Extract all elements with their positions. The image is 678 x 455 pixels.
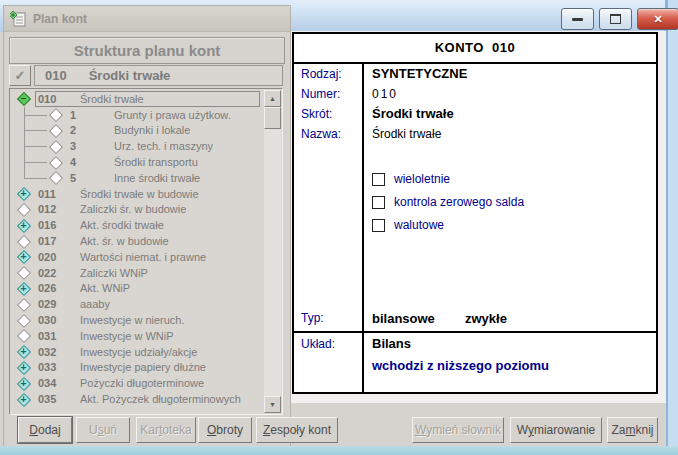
walutowe-checkbox[interactable] <box>372 219 385 232</box>
walutowe-label: walutowe <box>394 218 444 232</box>
minimize-icon <box>572 18 583 21</box>
zespoly-kont-button[interactable]: Zespoły kont <box>256 417 338 443</box>
tree-item-label: Akt. środki trwałe <box>80 219 164 231</box>
tree-expand-icon[interactable] <box>17 314 30 327</box>
tree-expand-icon[interactable] <box>49 156 62 169</box>
tree-expand-icon[interactable] <box>17 187 30 200</box>
tree-item-label: Grunty i prawa użytkow. <box>114 109 231 121</box>
wymien-slownik-button[interactable]: Wymień słownik <box>412 417 504 443</box>
tree-item-022[interactable]: 022 Zaliczki WNiP <box>11 265 264 281</box>
tree-item-030[interactable]: 030 Inwestycje w nieruch. <box>11 312 264 328</box>
rodzaj-label: Rodzaj: <box>301 67 342 81</box>
tree-item-label: aaaby <box>80 298 110 310</box>
tree-item-035[interactable]: 035 Akt. Pożyczek długoterminowych <box>11 391 264 407</box>
tree-item-020[interactable]: 020 Wartości niemat. i prawne <box>11 249 264 265</box>
tree-item-033[interactable]: 033 Inwestycje papiery dłużne <box>11 360 264 376</box>
zamknij-button[interactable]: Zamknij <box>607 417 658 443</box>
tree-expand-icon[interactable] <box>49 171 62 184</box>
tree-expand-icon[interactable] <box>17 235 30 248</box>
tree-item-011[interactable]: 011 Środki trwałe w budowie <box>11 186 264 202</box>
tree-item-010-5[interactable]: 5 Inne środki trwałe <box>11 170 264 186</box>
kontrola-salda-checkbox[interactable] <box>372 196 385 209</box>
tree-item-034[interactable]: 034 Pożyczki długoterminowe <box>11 375 264 391</box>
tree-scrollbar[interactable]: ▲ ▼ <box>264 90 281 413</box>
nazwa-label: Nazwa: <box>301 127 341 141</box>
numer-value: 010 <box>372 87 398 101</box>
tree-item-label: Pożyczki długoterminowe <box>80 377 204 389</box>
tree-item-029[interactable]: 029 aaaby <box>11 296 264 312</box>
tree-item-number: 030 <box>38 314 62 326</box>
tree-expand-icon[interactable] <box>17 298 30 311</box>
close-button[interactable]: ✕ <box>637 8 678 30</box>
tree-item-010-1[interactable]: 1 Grunty i prawa użytkow. <box>11 107 264 123</box>
tree-expand-icon[interactable] <box>17 329 30 342</box>
current-account-name: Środki trwałe <box>89 68 171 83</box>
tree-expand-icon[interactable] <box>17 345 30 358</box>
screen: ✕ KONTO 010 Rodzaj: Numer: Skrót: Nazwa:… <box>0 0 678 455</box>
tree-item-number: 016 <box>38 219 62 231</box>
obroty-button[interactable]: Obroty <box>198 417 252 443</box>
tree-expand-icon[interactable] <box>17 266 30 279</box>
tree-expand-icon[interactable] <box>49 140 62 153</box>
tree-item-number: 4 <box>70 156 94 168</box>
current-account-field[interactable]: 010 Środki trwałe <box>34 65 283 86</box>
kartoteka-button[interactable]: Kartoteka <box>136 417 196 443</box>
minimize-button[interactable] <box>561 8 594 30</box>
wieloletnie-checkbox[interactable] <box>372 173 385 186</box>
scroll-thumb[interactable] <box>264 107 281 129</box>
scroll-track[interactable] <box>264 129 281 396</box>
tree-item-017[interactable]: 017 Akt. śr. w budowie <box>11 233 264 249</box>
tree-item-number: 5 <box>70 172 94 184</box>
tree-item-number: 031 <box>38 330 62 342</box>
tree-item-label: Inwestycje udziały/akcje <box>80 346 197 358</box>
skrot-value: Środki trwałe <box>372 106 454 121</box>
tree-item-number: 035 <box>38 393 62 405</box>
tree-expand-icon[interactable] <box>17 377 30 390</box>
usun-button[interactable]: Usuń <box>76 417 130 443</box>
typ-value-2: zwykłe <box>465 311 507 326</box>
typ-value-1: bilansowe <box>372 311 435 326</box>
restore-button[interactable] <box>599 8 632 30</box>
tree-item-010-2[interactable]: 2 Budynki i lokale <box>11 123 264 139</box>
uklad-note: wchodzi z niższego poziomu <box>372 358 549 373</box>
tree-item-010[interactable]: 010 Środki trwałe <box>11 91 264 107</box>
tree-expand-icon[interactable] <box>17 393 30 406</box>
tree-expand-icon[interactable] <box>49 124 62 137</box>
tree-item-number: 033 <box>38 361 62 373</box>
tree-expand-icon[interactable] <box>17 250 30 263</box>
tree-expand-icon[interactable] <box>17 361 30 374</box>
tree-item-number: 022 <box>38 267 62 279</box>
tree-expand-icon[interactable] <box>17 219 30 232</box>
selection-outline <box>35 91 260 107</box>
tree-item-032[interactable]: 032 Inwestycje udziały/akcje <box>11 344 264 360</box>
checkbox-row: wieloletnie <box>372 172 450 186</box>
tree-item-012[interactable]: 012 Zaliczki śr. w budowie <box>11 202 264 218</box>
konto-title: KONTO 010 <box>294 34 656 64</box>
tree-item-number: 026 <box>38 282 62 294</box>
tree-expand-icon[interactable] <box>17 92 30 105</box>
scroll-up-button[interactable]: ▲ <box>264 90 281 107</box>
plan-kont-titlebar[interactable]: Plan kont <box>4 6 290 32</box>
tree-item-number: 034 <box>38 377 62 389</box>
tree-item-031[interactable]: 031 Inwestycje w WNiP <box>11 328 264 344</box>
tree-expand-icon[interactable] <box>17 282 30 295</box>
tree-item-label: Inwestycje w WNiP <box>80 330 174 342</box>
tree-item-number: 012 <box>38 203 62 215</box>
scroll-down-button[interactable]: ▼ <box>264 396 281 413</box>
vertical-divider <box>362 64 364 392</box>
tree-item-010-3[interactable]: 3 Urz. tech. i maszyny <box>11 138 264 154</box>
tree-item-016[interactable]: 016 Akt. środki trwałe <box>11 217 264 233</box>
tree-expand-icon[interactable] <box>49 108 62 121</box>
numer-label: Numer: <box>301 87 340 101</box>
tree-item-label: Akt. Pożyczek długoterminowych <box>80 393 241 405</box>
wymiarowanie-button[interactable]: Wymiarowanie <box>510 417 602 443</box>
confirm-button[interactable]: ✓ <box>9 65 31 86</box>
tree-item-026[interactable]: 026 Akt. WNiP <box>11 281 264 297</box>
tree-item-label: Inwestycje w nieruch. <box>80 314 185 326</box>
tree-item-010-4[interactable]: 4 Środki transportu <box>11 154 264 170</box>
tree-item-number: 029 <box>38 298 62 310</box>
structure-header: Struktura planu kont <box>9 37 285 64</box>
tree-item-label: Środki transportu <box>114 156 198 168</box>
dodaj-button[interactable]: Dodaj <box>18 417 72 443</box>
tree-expand-icon[interactable] <box>17 203 30 216</box>
